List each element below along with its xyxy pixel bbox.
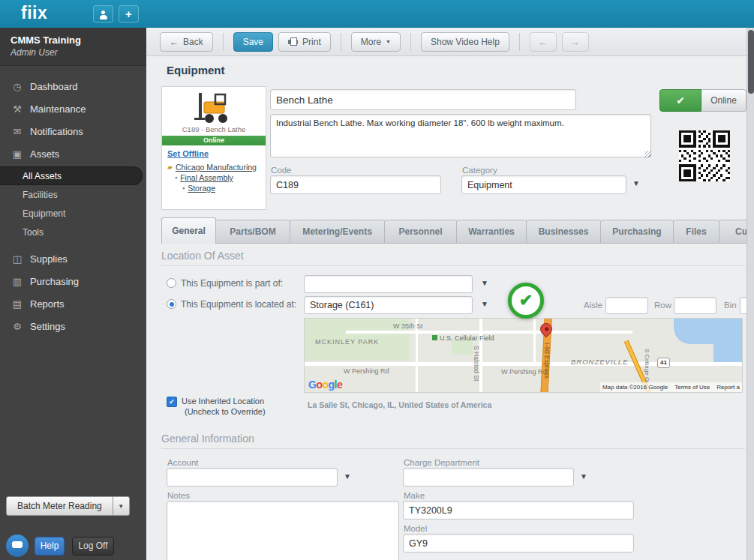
tab-parts-bom[interactable]: Parts/BOM: [215, 220, 290, 244]
part-of-label: This Equipment is part of:: [181, 278, 283, 289]
check-icon: ✔: [169, 398, 175, 406]
tab-personnel[interactable]: Personnel: [384, 220, 457, 244]
located-at-input[interactable]: [304, 296, 473, 314]
set-offline-link[interactable]: Set Offline: [167, 149, 209, 158]
sidebar-item-dashboard[interactable]: ◷ Dashboard: [0, 75, 146, 97]
scrollbar-thumb[interactable]: [748, 30, 754, 94]
forward-arrow-icon: →: [571, 37, 580, 47]
back-label: Back: [183, 37, 203, 47]
sidebar-item-settings[interactable]: ⚙ Settings: [0, 315, 146, 337]
check-icon: ✔: [676, 94, 685, 106]
tree-area-link[interactable]: Final Assembly: [180, 173, 233, 182]
asset-thumb-caption: C189 - Bench Lathe: [162, 125, 266, 133]
more-button[interactable]: More ▼: [351, 32, 401, 52]
terms-of-use-link[interactable]: Terms of Use: [674, 384, 710, 391]
assets-icon: ▣: [11, 148, 23, 160]
sidebar-item-reports[interactable]: ▤ Reports: [0, 292, 146, 315]
history-forward-button[interactable]: →: [562, 32, 589, 52]
row-input[interactable]: [674, 297, 716, 314]
make-input[interactable]: [403, 501, 634, 520]
add-new-button[interactable]: +: [119, 5, 139, 22]
map-ballpark-area: [452, 340, 473, 355]
maintenance-icon: ⚒: [11, 103, 23, 115]
resize-grip[interactable]: [644, 151, 651, 157]
back-button[interactable]: ← Back: [160, 32, 213, 52]
code-label: Code: [271, 166, 292, 175]
part-of-input[interactable]: [304, 275, 473, 293]
sidebar-nav: ◷ Dashboard ⚒ Maintenance ✉ Notification…: [0, 66, 146, 337]
back-arrow-icon: ←: [170, 37, 179, 47]
history-back-button[interactable]: ←: [530, 32, 557, 52]
located-at-radio[interactable]: [167, 299, 176, 309]
print-label: Print: [302, 37, 321, 47]
online-status-label[interactable]: Online: [701, 89, 746, 112]
reports-icon: ▤: [11, 298, 23, 310]
sidebar-item-label: Notifications: [30, 126, 83, 137]
top-bar: fiix +: [0, 0, 754, 28]
saved-check-indicator: ✔: [508, 283, 544, 319]
tree-location-link[interactable]: Storage: [188, 184, 215, 193]
sidebar-item-all-assets[interactable]: All Assets: [0, 166, 143, 185]
tab-purchasing[interactable]: Purchasing: [600, 220, 674, 244]
log-off-button[interactable]: Log Off: [72, 537, 114, 556]
model-input[interactable]: [403, 534, 634, 553]
category-input[interactable]: [461, 175, 626, 194]
sidebar-item-facilities[interactable]: Facilities: [0, 185, 146, 204]
asset-description-textarea[interactable]: Industrial Bench Lathe. Max working diam…: [270, 114, 651, 157]
tab-files[interactable]: Files: [673, 220, 719, 244]
notes-textarea[interactable]: [167, 501, 399, 560]
part-of-dropdown-icon[interactable]: ▼: [481, 279, 488, 287]
part-of-radio[interactable]: [167, 278, 176, 288]
chat-bubble-icon[interactable]: [6, 535, 29, 557]
fiix-logo: fiix: [21, 3, 47, 23]
tab-businesses[interactable]: Businesses: [526, 220, 601, 244]
help-button[interactable]: Help: [35, 537, 65, 556]
batch-meter-dropdown-button[interactable]: ▼: [113, 496, 130, 516]
vertical-scrollbar[interactable]: [746, 28, 754, 560]
account-label: Account: [167, 458, 199, 467]
charge-department-input[interactable]: [403, 468, 574, 487]
sidebar-item-supplies[interactable]: ◫ Supplies: [0, 247, 146, 270]
location-map[interactable]: MCKINLEY PARK W 35th St U.S. Cellular Fi…: [304, 318, 743, 393]
map-label-us-cellular: U.S. Cellular Field: [432, 334, 494, 342]
sidebar-item-purchasing[interactable]: ▥ Purchasing: [0, 270, 146, 292]
located-at-dropdown-icon[interactable]: ▼: [481, 300, 488, 308]
print-button[interactable]: Print: [278, 32, 331, 52]
report-link[interactable]: Report a: [716, 384, 740, 391]
dashboard-icon: ◷: [11, 81, 23, 92]
tab-general[interactable]: General: [161, 217, 216, 244]
map-label-mckinley: MCKINLEY PARK: [315, 338, 379, 346]
map-road-35th: [346, 331, 632, 334]
category-dropdown-icon[interactable]: ▼: [632, 179, 640, 187]
sidebar-item-notifications[interactable]: ✉ Notifications: [0, 120, 146, 142]
tree-item-location: ▪ Storage: [182, 184, 266, 193]
batch-meter-reading-button[interactable]: Batch Meter Reading: [6, 496, 113, 516]
sidebar-item-assets[interactable]: ▣ Assets: [0, 142, 146, 165]
toolbar: ← Back Save Print More ▼ Show Video Help…: [146, 28, 754, 56]
charge-department-label: Charge Department: [404, 458, 479, 467]
sidebar-item-equipment[interactable]: Equipment: [0, 204, 146, 223]
account-input[interactable]: [167, 468, 338, 487]
save-button[interactable]: Save: [233, 32, 273, 52]
sidebar-item-tools[interactable]: Tools: [0, 223, 146, 241]
tree-site-link[interactable]: Chicago Manufacturing: [176, 163, 257, 172]
sidebar-item-maintenance[interactable]: ⚒ Maintenance: [0, 97, 146, 120]
tab-metering-events[interactable]: Metering/Events: [290, 220, 385, 244]
charge-department-dropdown-icon[interactable]: ▼: [580, 472, 587, 481]
route-41-shield: 41: [657, 358, 670, 368]
online-status-toggle[interactable]: ✔: [659, 89, 701, 112]
show-video-help-button[interactable]: Show Video Help: [421, 32, 509, 52]
map-label-pershing-mid: W Pershing Rd: [501, 368, 547, 376]
user-account-button[interactable]: [93, 5, 113, 22]
use-inherited-location-checkbox[interactable]: ✔: [167, 397, 177, 407]
map-pin-icon[interactable]: [538, 321, 555, 338]
sidebar-item-label: Supplies: [30, 253, 68, 265]
tab-warranties[interactable]: Warranties: [456, 220, 527, 244]
asset-node-icon: ▪: [182, 184, 185, 192]
google-logo[interactable]: Google: [308, 379, 342, 391]
code-input[interactable]: [270, 175, 441, 194]
aisle-input[interactable]: [605, 297, 648, 314]
sidebar-item-label: Purchasing: [30, 276, 79, 287]
asset-name-input[interactable]: [270, 89, 576, 110]
account-dropdown-icon[interactable]: ▼: [344, 472, 351, 481]
